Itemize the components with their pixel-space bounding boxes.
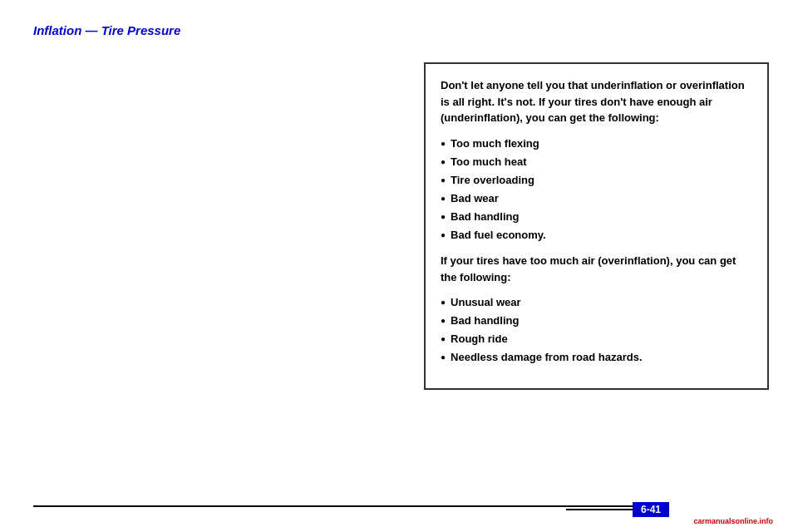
list-item-text: Too much heat: [451, 153, 526, 171]
page-number-badge: 6-41: [633, 502, 669, 517]
list-item: Too much heat: [441, 153, 752, 171]
list-item: Unusual wear: [441, 293, 752, 312]
list-item-text: Needless damage from road hazards.: [451, 348, 642, 367]
list-item-text: Too much flexing: [451, 135, 539, 153]
list-item: Bad wear: [441, 190, 752, 208]
overinflation-intro: If your tires have too much air (overinf…: [441, 253, 752, 285]
list-item-text: Bad wear: [451, 190, 499, 208]
info-box: Don't let anyone tell you that underinfl…: [424, 62, 769, 390]
list-item: Rough ride: [441, 330, 752, 348]
intro-text: Don't let anyone tell you that underinfl…: [441, 77, 752, 126]
list-item: Tire overloading: [441, 171, 752, 190]
list-item: Bad handling: [441, 208, 752, 226]
list-item-text: Tire overloading: [451, 171, 534, 190]
page-container: Inflation — Tire Pressure Don't let anyo…: [0, 0, 798, 532]
list-item: Too much flexing: [441, 135, 752, 153]
list-item: Needless damage from road hazards.: [441, 348, 752, 367]
list-item-text: Bad fuel economy.: [451, 226, 546, 244]
list-item-text: Unusual wear: [451, 293, 521, 312]
underinflation-list: Too much flexing Too much heat Tire over…: [441, 135, 752, 245]
list-item-text: Bad handling: [451, 208, 519, 226]
list-item: Bad fuel economy.: [441, 226, 752, 244]
site-watermark: carmanualsonline.info: [693, 517, 773, 525]
overinflation-list: Unusual wear Bad handling Rough ride Nee…: [441, 293, 752, 367]
list-item-text: Rough ride: [451, 330, 508, 348]
page-number-line: [566, 509, 633, 510]
page-title: Inflation — Tire Pressure: [33, 23, 180, 37]
list-item-text: Bad handling: [451, 312, 519, 330]
page-number-area: 6-41: [566, 502, 669, 517]
list-item: Bad handling: [441, 312, 752, 330]
